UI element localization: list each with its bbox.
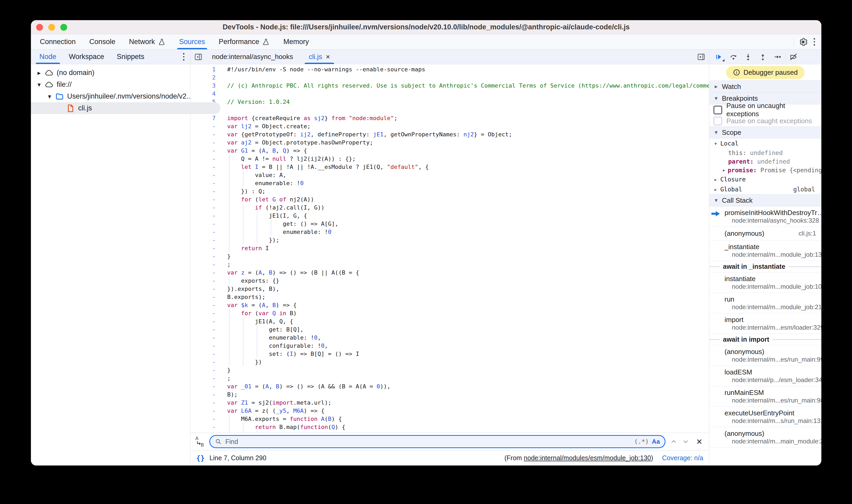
line-gutter[interactable]: - [191, 415, 216, 423]
call-stack-frame[interactable]: (anonymous)node:internal/m...es/run_main… [709, 345, 821, 366]
line-gutter[interactable]: - [191, 391, 216, 399]
line-gutter[interactable]: - [191, 260, 216, 269]
line-gutter[interactable]: - [191, 139, 216, 147]
tree-item-clijs[interactable]: cli.js [31, 102, 220, 114]
sidebar-tab-snippets[interactable]: Snippets [110, 50, 150, 64]
from-module-link[interactable]: node:internal/modules/esm/module_job:130 [524, 454, 651, 462]
line-gutter[interactable]: - [191, 236, 216, 244]
close-find-icon[interactable]: × [694, 437, 705, 447]
line-gutter[interactable]: - [191, 171, 216, 179]
line-gutter[interactable]: - [191, 334, 216, 342]
close-window-button[interactable] [36, 24, 43, 31]
call-stack-frame[interactable]: instantiatenode:internal/m...module_job:… [709, 272, 821, 293]
call-stack-frame[interactable]: promiseInitHookWithDestroyTr…node:intern… [709, 206, 821, 227]
call-stack-frame[interactable]: _instantiatenode:internal/m...module_job… [709, 240, 821, 261]
line-gutter[interactable]: - [191, 269, 216, 277]
call-stack-frame[interactable]: executeUserEntryPointnode:internal/m...s… [709, 407, 821, 427]
line-gutter[interactable]: - [191, 147, 216, 155]
scope-prop-promise[interactable]: ▸promise: Promise {<pending>} [709, 166, 821, 174]
line-gutter[interactable]: - [191, 212, 216, 220]
match-case-toggle[interactable]: Aa [652, 438, 660, 445]
line-gutter[interactable]: - [191, 301, 216, 309]
call-stack-frame[interactable]: runnode:internal/m...module_job:214 [709, 293, 821, 313]
find-next-icon[interactable] [682, 438, 690, 446]
pause-uncaught-row[interactable]: Pause on uncaught exceptions [709, 104, 821, 115]
scope-global[interactable]: ▸ Global global [709, 184, 821, 194]
tab-memory[interactable]: Memory [277, 34, 316, 49]
line-gutter[interactable]: - [191, 155, 216, 163]
step-out-button[interactable] [756, 51, 770, 63]
more-options-kebab-icon[interactable] [812, 36, 817, 47]
line-gutter[interactable]: - [191, 244, 216, 252]
tree-item-no-domain[interactable]: ▸ (no domain) [31, 67, 190, 79]
section-watch[interactable]: ▸ Watch [709, 80, 821, 93]
call-stack-frame[interactable]: importnode:internal/m...esm/loader:329 [709, 313, 821, 334]
find-input[interactable] [225, 438, 631, 446]
call-stack-frame[interactable]: loadESMnode:internal/p.../esm_loader:34 [709, 366, 821, 386]
line-gutter[interactable]: - [191, 342, 216, 350]
line-gutter[interactable]: - [191, 293, 216, 301]
tab-network[interactable]: Network [122, 34, 172, 49]
step-button[interactable] [771, 51, 784, 63]
line-gutter[interactable]: - [191, 252, 216, 260]
line-gutter[interactable]: - [191, 325, 216, 334]
line-gutter[interactable]: - [191, 277, 216, 285]
chevron-down-icon[interactable]: ▾ [35, 81, 43, 88]
tab-performance[interactable]: Performance [212, 34, 277, 49]
line-gutter[interactable]: - [191, 195, 216, 203]
chevron-down-icon[interactable]: ▾ [46, 93, 54, 100]
line-gutter[interactable]: - [191, 220, 216, 228]
line-gutter[interactable]: - [191, 350, 216, 358]
line-gutter[interactable]: - [191, 317, 216, 325]
editor-tab-clijs[interactable]: cli.js × [301, 50, 338, 64]
call-stack-frame[interactable]: (anonymous)cli.js:1 [709, 227, 821, 240]
line-gutter[interactable]: - [191, 228, 216, 236]
tab-sources[interactable]: Sources [172, 34, 212, 49]
line-gutter[interactable]: - [191, 285, 216, 293]
line-gutter[interactable]: - [191, 366, 216, 374]
line-gutter[interactable]: - [191, 179, 216, 187]
tree-item-folder[interactable]: ▾ Users/jinhuilee/.nvm/versions/node/v2… [31, 90, 190, 102]
call-stack-frame[interactable]: runMainESMnode:internal/m...es/run_main:… [709, 386, 821, 407]
settings-gear-icon[interactable] [798, 37, 808, 47]
line-gutter[interactable]: - [191, 423, 216, 431]
section-call-stack[interactable]: ▾ Call Stack [709, 194, 821, 206]
scope-local[interactable]: ▾ Local [709, 139, 821, 148]
editor-tab-async-hooks[interactable]: node:internal/async_hooks [204, 50, 301, 64]
deactivate-breakpoints-button[interactable] [787, 51, 800, 63]
line-gutter[interactable]: - [191, 203, 216, 212]
line-gutter[interactable]: 1 [191, 65, 216, 73]
minimize-window-button[interactable] [48, 24, 55, 31]
pretty-print-icon[interactable]: {} [196, 454, 205, 462]
line-gutter[interactable]: - [191, 130, 216, 139]
step-into-button[interactable] [741, 51, 755, 63]
resume-script-button[interactable] [712, 51, 726, 63]
zoom-window-button[interactable] [60, 24, 67, 31]
tree-item-file-protocol[interactable]: ▾ file:// [31, 79, 190, 90]
line-gutter[interactable]: - [191, 309, 216, 317]
toggle-navigator-icon[interactable] [193, 51, 204, 63]
line-gutter[interactable]: - [191, 163, 216, 171]
line-gutter[interactable]: - [191, 358, 216, 366]
show-debugger-panel-icon[interactable] [695, 51, 707, 63]
line-gutter[interactable]: - [191, 122, 216, 130]
scope-closure[interactable]: ▸ Closure [709, 174, 821, 184]
line-gutter[interactable]: - [191, 382, 216, 391]
line-gutter[interactable]: - [191, 407, 216, 415]
tab-connection[interactable]: Connection [33, 34, 83, 49]
close-tab-icon[interactable]: × [326, 53, 330, 60]
line-gutter[interactable]: - [191, 374, 216, 382]
sidebar-kebab-icon[interactable] [181, 51, 186, 62]
line-gutter[interactable]: 3 [191, 82, 216, 90]
line-gutter[interactable]: 2 [191, 73, 216, 82]
step-over-button[interactable] [727, 51, 740, 63]
coverage-link[interactable]: Coverage: n/a [662, 454, 703, 462]
source-code-editor[interactable]: 1#!/usr/bin/env -S node --no-warnings --… [191, 64, 709, 433]
line-gutter[interactable]: - [191, 187, 216, 195]
find-previous-icon[interactable] [670, 438, 678, 446]
tab-console[interactable]: Console [83, 34, 122, 49]
sidebar-tab-workspace[interactable]: Workspace [63, 50, 111, 64]
chevron-right-icon[interactable]: ▸ [35, 69, 43, 76]
call-stack-frame[interactable]: (anonymous)node:internal/m...main_module… [709, 427, 821, 448]
line-gutter[interactable]: - [191, 399, 216, 407]
